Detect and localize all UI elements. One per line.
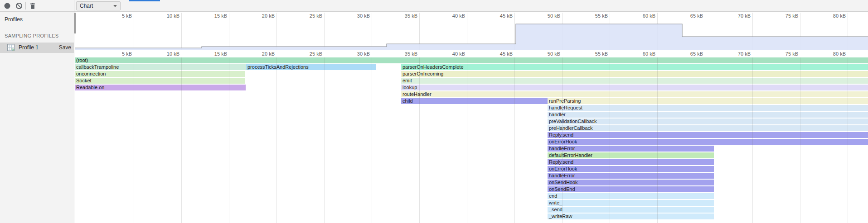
flame-ruler-label: 10 kB	[153, 51, 179, 57]
flame-gridline	[800, 57, 800, 223]
toolbar: Chart	[0, 0, 868, 12]
delete-profile-button[interactable]	[28, 1, 37, 10]
flame-bar-processticksandrejections[interactable]: processTicksAndRejections	[246, 64, 376, 70]
overview-left-handle[interactable]	[74, 13, 76, 33]
flame-bar-prevalidationcallback[interactable]: preValidationCallback	[548, 119, 868, 124]
toolbar-separator	[25, 2, 26, 9]
flame-bar-handleerror[interactable]: handleError	[548, 173, 714, 179]
overview-ruler-label: 15 kB	[201, 13, 227, 19]
overview-ruler-label: 5 kB	[106, 13, 132, 19]
overview-ruler-label: 50 kB	[534, 13, 560, 19]
flame-ruler-label: 20 kB	[248, 51, 275, 57]
flame-gridline	[419, 57, 420, 223]
flame-bar-prehandlercallback[interactable]: preHandlerCallback	[548, 125, 868, 131]
flame-ruler-label: 35 kB	[391, 51, 417, 57]
flame-gridline	[848, 57, 848, 223]
flame-gridline	[562, 57, 563, 223]
sidebar-item-profile-1[interactable]: % Profile 1 Save	[0, 43, 74, 53]
flame-ruler-label: 15 kB	[201, 51, 227, 57]
overview-ruler-label: 20 kB	[248, 13, 275, 19]
flame-bar--send[interactable]: _send	[548, 207, 714, 213]
flame-bar-handleerror[interactable]: handleError	[548, 146, 714, 152]
flame-ruler-label: 30 kB	[344, 51, 370, 57]
pane-divider	[74, 0, 74, 12]
flame-ruler-label: 55 kB	[582, 51, 608, 57]
flame-bar-parseronheaderscomplete[interactable]: parserOnHeadersComplete	[401, 64, 868, 70]
trash-icon	[29, 2, 37, 10]
overview-ruler-label: 30 kB	[344, 13, 370, 19]
flame-ruler-label: 60 kB	[629, 51, 655, 57]
flame-gridline	[514, 57, 515, 223]
overview-ruler-label: 75 kB	[772, 13, 798, 19]
flame-bar-end[interactable]: end	[548, 193, 714, 199]
flame-bar-handlerequest[interactable]: handleRequest	[548, 105, 868, 111]
flame-ruler-label: 70 kB	[724, 51, 751, 57]
flame-bar-routehandler[interactable]: routeHandler	[401, 91, 868, 97]
flame-gridline	[181, 57, 182, 223]
flame-gridline	[657, 57, 658, 223]
flame-ruler-label: 45 kB	[486, 51, 513, 57]
flame-ruler-label: 65 kB	[677, 51, 703, 57]
sidebar-title: Profiles	[5, 16, 23, 23]
profiler-panel: Chart Profiles SAMPLING PROFILES % Profi…	[0, 0, 868, 223]
flame-gridline	[229, 57, 229, 223]
flame-gridline	[134, 57, 134, 223]
flame-bar-emit[interactable]: emit	[401, 78, 868, 84]
chevron-down-icon	[113, 5, 117, 7]
flame-bar-handler[interactable]: handler	[548, 112, 868, 118]
flame-gridline	[705, 57, 705, 223]
svg-text:%: %	[12, 48, 15, 51]
block-icon	[15, 2, 23, 10]
record-button[interactable]	[3, 1, 12, 10]
view-mode-value: Chart	[80, 3, 93, 9]
flame-bar-runpreparsing[interactable]: runPreParsing	[548, 98, 868, 104]
save-profile-link[interactable]: Save	[59, 44, 71, 51]
overview-ruler-label: 45 kB	[486, 13, 513, 19]
overview-ruler-label: 10 kB	[153, 13, 179, 19]
flame-bar-callbacktrampoline[interactable]: callbackTrampoline	[75, 64, 246, 70]
flame-bar-onsendhook[interactable]: onSendHook	[548, 180, 714, 185]
view-mode-select[interactable]: Chart	[76, 1, 121, 10]
overview-ruler-label: 80 kB	[820, 13, 846, 19]
sampling-profiles-section-header: SAMPLING PROFILES	[5, 33, 58, 38]
flame-bar-child[interactable]: child	[401, 98, 548, 104]
flame-bar-write-[interactable]: write_	[548, 200, 714, 206]
flame-chart-pane: 5 kB5 kB10 kB10 kB15 kB15 kB20 kB20 kB25…	[74, 12, 868, 223]
flame-bar--writeraw[interactable]: _writeRaw	[548, 214, 714, 219]
flame-bar-socket[interactable]: Socket	[75, 78, 245, 84]
flame-gridline	[752, 57, 753, 223]
active-tab-indicator	[129, 0, 160, 1]
flame-bar-onerrorhook[interactable]: onErrorHook	[548, 166, 714, 172]
flame-gridline	[372, 57, 372, 223]
overview-ruler-label: 35 kB	[391, 13, 417, 19]
overview-ruler-label: 70 kB	[724, 13, 751, 19]
flame-gridline	[324, 57, 325, 223]
flame-ruler-label: 80 kB	[820, 51, 846, 57]
flame-ruler-label: 40 kB	[439, 51, 465, 57]
record-icon	[3, 2, 11, 10]
flame-bar-onsendend[interactable]: onSendEnd	[548, 186, 714, 192]
flame-bar-lookup[interactable]: lookup	[401, 85, 868, 90]
flame-ruler-label: 5 kB	[106, 51, 132, 57]
flame-bar-defaulterrorhandler[interactable]: defaultErrorHandler	[548, 152, 714, 158]
clear-button[interactable]	[15, 1, 24, 10]
flame-bar-onerrorhook[interactable]: onErrorHook	[548, 139, 868, 145]
flame-gridline	[610, 57, 610, 223]
overview-ruler-label: 65 kB	[677, 13, 703, 19]
flame-bar-reply-send[interactable]: Reply.send	[548, 132, 868, 138]
overview-ruler-label: 60 kB	[629, 13, 655, 19]
flame-bar-parseronincoming[interactable]: parserOnIncoming	[401, 71, 868, 77]
sidebar: Profiles SAMPLING PROFILES % Profile 1 S…	[0, 12, 74, 223]
overview-ruler-label: 25 kB	[296, 13, 322, 19]
flame-bar-onconnection[interactable]: onconnection	[75, 71, 245, 77]
flame-gridline	[276, 57, 277, 223]
flame-bar-readable-on[interactable]: Readable.on	[75, 85, 246, 90]
heap-profile-icon: %	[7, 43, 15, 52]
flame-gridline	[467, 57, 467, 223]
flame-ruler-label: 75 kB	[772, 51, 798, 57]
flame-ruler-label: 50 kB	[534, 51, 560, 57]
flame-bar-reply-send[interactable]: Reply.send	[548, 159, 714, 165]
profile-name: Profile 1	[19, 44, 39, 51]
flame-bar--root-[interactable]: (root)	[75, 57, 868, 63]
overview-ruler-label: 55 kB	[582, 13, 608, 19]
